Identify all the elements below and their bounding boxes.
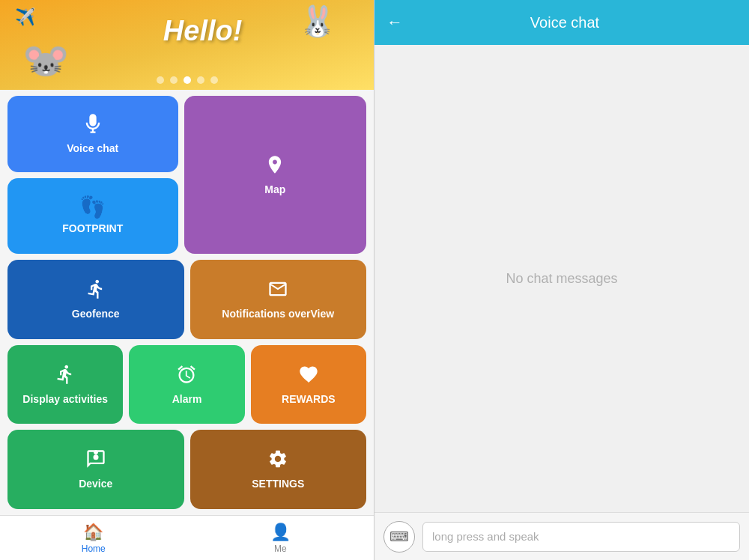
person-icon: 👤 xyxy=(270,523,291,542)
geofence-tile[interactable]: Geofence xyxy=(7,260,184,339)
chat-header: ← Voice chat xyxy=(374,0,749,45)
banner-hello-text: Hello! xyxy=(163,15,243,47)
alarm-icon xyxy=(176,364,197,389)
row-geofence-notifications: Geofence Notifications overView xyxy=(7,260,366,339)
chat-title: Voice chat xyxy=(415,14,715,31)
device-label: Device xyxy=(79,478,112,490)
notifications-icon xyxy=(267,279,288,303)
home-icon: 🏠 xyxy=(83,523,103,542)
settings-icon xyxy=(267,448,288,473)
empty-chat-message: No chat messages xyxy=(506,271,617,287)
dot-1[interactable] xyxy=(157,76,164,84)
notifications-tile[interactable]: Notifications overView xyxy=(190,260,367,339)
voice-chat-tile[interactable]: Voice chat xyxy=(7,96,178,172)
mic-icon xyxy=(82,113,103,138)
nav-home[interactable]: 🏠 Home xyxy=(0,516,187,560)
right-panel: ← Voice chat No chat messages ⌨ long pre… xyxy=(374,0,749,560)
settings-tile[interactable]: SETTINGS xyxy=(190,430,367,509)
device-icon xyxy=(85,448,106,473)
alarm-tile[interactable]: Alarm xyxy=(129,345,244,424)
chat-input-bar: ⌨ long press and speak xyxy=(374,512,749,560)
back-button[interactable]: ← xyxy=(386,13,403,32)
banner-dots xyxy=(157,76,218,84)
footprint-icon: 👣 xyxy=(79,197,106,218)
device-tile[interactable]: Device xyxy=(7,430,184,509)
speak-placeholder: long press and speak xyxy=(432,530,539,543)
display-activities-tile[interactable]: Display activities xyxy=(7,345,123,424)
row-display-alarm-rewards: Display activities Alarm REWARDS xyxy=(7,345,366,424)
nav-me-label: Me xyxy=(274,544,287,554)
nav-me[interactable]: 👤 Me xyxy=(187,516,374,560)
left-panel: ✈️ Hello! 🐭 🐰 Voice chat xyxy=(0,0,374,560)
character-left-icon: 🐭 xyxy=(22,39,69,82)
dot-4[interactable] xyxy=(197,76,204,84)
grid-container: Voice chat 👣 FOOTPRINT Map xyxy=(0,90,374,515)
display-icon xyxy=(55,364,76,389)
row-device-settings: Device SETTINGS xyxy=(7,430,366,509)
keyboard-icon: ⌨ xyxy=(389,529,409,545)
plane-icon: ✈️ xyxy=(15,7,35,27)
alarm-label: Alarm xyxy=(172,393,202,406)
voice-chat-label: Voice chat xyxy=(67,142,118,155)
display-label: Display activities xyxy=(22,393,108,406)
character-right-icon: 🐰 xyxy=(299,4,336,39)
chat-body: No chat messages xyxy=(374,45,749,512)
map-icon xyxy=(264,154,285,179)
map-tile[interactable]: Map xyxy=(184,96,367,254)
rewards-label: REWARDS xyxy=(282,393,336,406)
speak-input[interactable]: long press and speak xyxy=(422,522,740,552)
notifications-label: Notifications overView xyxy=(222,308,334,320)
settings-label: SETTINGS xyxy=(252,478,304,490)
footprint-tile[interactable]: 👣 FOOTPRINT xyxy=(7,178,178,255)
map-label: Map xyxy=(264,183,285,196)
svg-point-0 xyxy=(93,454,98,460)
geofence-label: Geofence xyxy=(72,308,120,320)
geofence-icon xyxy=(85,279,106,303)
keyboard-button[interactable]: ⌨ xyxy=(383,521,415,553)
nav-home-label: Home xyxy=(82,544,106,554)
dot-3[interactable] xyxy=(184,76,191,84)
dot-2[interactable] xyxy=(170,76,178,84)
rewards-icon xyxy=(298,364,319,389)
banner: ✈️ Hello! 🐭 🐰 xyxy=(0,0,374,90)
dot-5[interactable] xyxy=(210,76,218,84)
rewards-tile[interactable]: REWARDS xyxy=(251,345,366,424)
bottom-nav: 🏠 Home 👤 Me xyxy=(0,515,374,560)
footprint-label: FOOTPRINT xyxy=(62,222,123,235)
